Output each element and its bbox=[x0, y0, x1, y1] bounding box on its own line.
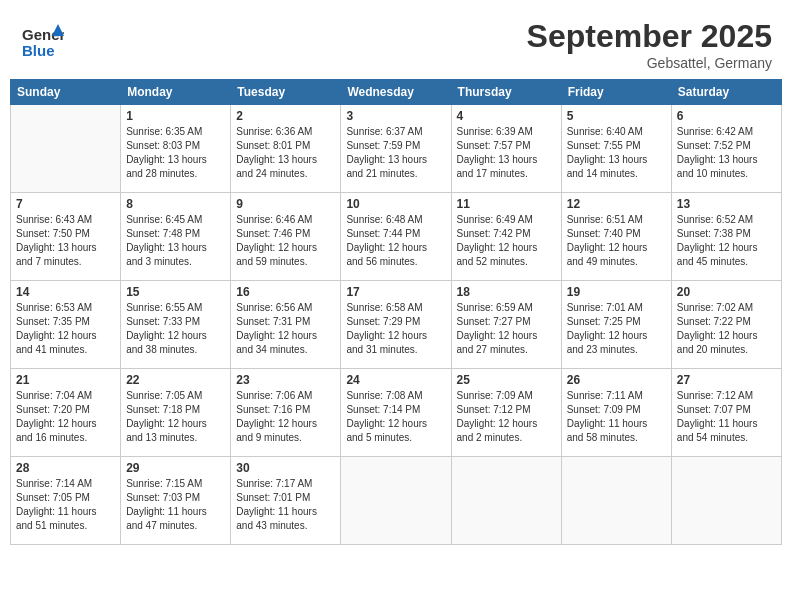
location: Gebsattel, Germany bbox=[527, 55, 772, 71]
calendar-cell bbox=[11, 105, 121, 193]
day-number: 15 bbox=[126, 285, 225, 299]
day-number: 21 bbox=[16, 373, 115, 387]
day-info: Sunrise: 7:17 AMSunset: 7:01 PMDaylight:… bbox=[236, 477, 335, 533]
day-number: 16 bbox=[236, 285, 335, 299]
day-info: Sunrise: 7:02 AMSunset: 7:22 PMDaylight:… bbox=[677, 301, 776, 357]
calendar-cell: 5Sunrise: 6:40 AMSunset: 7:55 PMDaylight… bbox=[561, 105, 671, 193]
col-header-sunday: Sunday bbox=[11, 80, 121, 105]
day-number: 4 bbox=[457, 109, 556, 123]
day-info: Sunrise: 6:45 AMSunset: 7:48 PMDaylight:… bbox=[126, 213, 225, 269]
day-number: 22 bbox=[126, 373, 225, 387]
calendar-cell bbox=[451, 457, 561, 545]
day-info: Sunrise: 6:51 AMSunset: 7:40 PMDaylight:… bbox=[567, 213, 666, 269]
logo: General Blue bbox=[20, 18, 64, 62]
day-info: Sunrise: 6:37 AMSunset: 7:59 PMDaylight:… bbox=[346, 125, 445, 181]
day-info: Sunrise: 6:49 AMSunset: 7:42 PMDaylight:… bbox=[457, 213, 556, 269]
calendar-cell: 27Sunrise: 7:12 AMSunset: 7:07 PMDayligh… bbox=[671, 369, 781, 457]
day-info: Sunrise: 7:01 AMSunset: 7:25 PMDaylight:… bbox=[567, 301, 666, 357]
day-info: Sunrise: 7:09 AMSunset: 7:12 PMDaylight:… bbox=[457, 389, 556, 445]
day-info: Sunrise: 7:08 AMSunset: 7:14 PMDaylight:… bbox=[346, 389, 445, 445]
day-number: 19 bbox=[567, 285, 666, 299]
day-number: 1 bbox=[126, 109, 225, 123]
calendar-cell: 2Sunrise: 6:36 AMSunset: 8:01 PMDaylight… bbox=[231, 105, 341, 193]
calendar-week-4: 21Sunrise: 7:04 AMSunset: 7:20 PMDayligh… bbox=[11, 369, 782, 457]
day-info: Sunrise: 6:59 AMSunset: 7:27 PMDaylight:… bbox=[457, 301, 556, 357]
calendar-cell: 1Sunrise: 6:35 AMSunset: 8:03 PMDaylight… bbox=[121, 105, 231, 193]
day-number: 26 bbox=[567, 373, 666, 387]
day-number: 7 bbox=[16, 197, 115, 211]
calendar-cell: 12Sunrise: 6:51 AMSunset: 7:40 PMDayligh… bbox=[561, 193, 671, 281]
calendar-cell: 8Sunrise: 6:45 AMSunset: 7:48 PMDaylight… bbox=[121, 193, 231, 281]
day-info: Sunrise: 6:35 AMSunset: 8:03 PMDaylight:… bbox=[126, 125, 225, 181]
calendar-week-2: 7Sunrise: 6:43 AMSunset: 7:50 PMDaylight… bbox=[11, 193, 782, 281]
day-number: 25 bbox=[457, 373, 556, 387]
day-number: 30 bbox=[236, 461, 335, 475]
calendar-cell: 14Sunrise: 6:53 AMSunset: 7:35 PMDayligh… bbox=[11, 281, 121, 369]
day-number: 8 bbox=[126, 197, 225, 211]
col-header-tuesday: Tuesday bbox=[231, 80, 341, 105]
calendar-week-1: 1Sunrise: 6:35 AMSunset: 8:03 PMDaylight… bbox=[11, 105, 782, 193]
calendar-cell: 29Sunrise: 7:15 AMSunset: 7:03 PMDayligh… bbox=[121, 457, 231, 545]
day-info: Sunrise: 6:52 AMSunset: 7:38 PMDaylight:… bbox=[677, 213, 776, 269]
calendar-cell: 24Sunrise: 7:08 AMSunset: 7:14 PMDayligh… bbox=[341, 369, 451, 457]
day-number: 3 bbox=[346, 109, 445, 123]
calendar-cell bbox=[561, 457, 671, 545]
day-info: Sunrise: 7:14 AMSunset: 7:05 PMDaylight:… bbox=[16, 477, 115, 533]
day-number: 6 bbox=[677, 109, 776, 123]
calendar-cell: 3Sunrise: 6:37 AMSunset: 7:59 PMDaylight… bbox=[341, 105, 451, 193]
calendar-cell: 26Sunrise: 7:11 AMSunset: 7:09 PMDayligh… bbox=[561, 369, 671, 457]
day-number: 18 bbox=[457, 285, 556, 299]
calendar-cell: 30Sunrise: 7:17 AMSunset: 7:01 PMDayligh… bbox=[231, 457, 341, 545]
day-info: Sunrise: 7:12 AMSunset: 7:07 PMDaylight:… bbox=[677, 389, 776, 445]
calendar-cell: 6Sunrise: 6:42 AMSunset: 7:52 PMDaylight… bbox=[671, 105, 781, 193]
calendar-cell: 19Sunrise: 7:01 AMSunset: 7:25 PMDayligh… bbox=[561, 281, 671, 369]
calendar-cell: 17Sunrise: 6:58 AMSunset: 7:29 PMDayligh… bbox=[341, 281, 451, 369]
calendar-week-3: 14Sunrise: 6:53 AMSunset: 7:35 PMDayligh… bbox=[11, 281, 782, 369]
col-header-monday: Monday bbox=[121, 80, 231, 105]
day-info: Sunrise: 6:56 AMSunset: 7:31 PMDaylight:… bbox=[236, 301, 335, 357]
calendar-cell: 20Sunrise: 7:02 AMSunset: 7:22 PMDayligh… bbox=[671, 281, 781, 369]
title-block: September 2025 Gebsattel, Germany bbox=[527, 18, 772, 71]
day-info: Sunrise: 6:55 AMSunset: 7:33 PMDaylight:… bbox=[126, 301, 225, 357]
day-number: 10 bbox=[346, 197, 445, 211]
day-number: 13 bbox=[677, 197, 776, 211]
calendar-cell: 25Sunrise: 7:09 AMSunset: 7:12 PMDayligh… bbox=[451, 369, 561, 457]
day-number: 27 bbox=[677, 373, 776, 387]
day-info: Sunrise: 6:40 AMSunset: 7:55 PMDaylight:… bbox=[567, 125, 666, 181]
day-info: Sunrise: 7:15 AMSunset: 7:03 PMDaylight:… bbox=[126, 477, 225, 533]
col-header-thursday: Thursday bbox=[451, 80, 561, 105]
day-info: Sunrise: 6:42 AMSunset: 7:52 PMDaylight:… bbox=[677, 125, 776, 181]
day-info: Sunrise: 6:48 AMSunset: 7:44 PMDaylight:… bbox=[346, 213, 445, 269]
day-info: Sunrise: 6:43 AMSunset: 7:50 PMDaylight:… bbox=[16, 213, 115, 269]
day-number: 14 bbox=[16, 285, 115, 299]
calendar-week-5: 28Sunrise: 7:14 AMSunset: 7:05 PMDayligh… bbox=[11, 457, 782, 545]
logo-icon: General Blue bbox=[20, 18, 64, 62]
calendar-cell: 23Sunrise: 7:06 AMSunset: 7:16 PMDayligh… bbox=[231, 369, 341, 457]
col-header-saturday: Saturday bbox=[671, 80, 781, 105]
day-info: Sunrise: 7:06 AMSunset: 7:16 PMDaylight:… bbox=[236, 389, 335, 445]
day-number: 12 bbox=[567, 197, 666, 211]
day-number: 11 bbox=[457, 197, 556, 211]
calendar-cell: 10Sunrise: 6:48 AMSunset: 7:44 PMDayligh… bbox=[341, 193, 451, 281]
calendar-table: SundayMondayTuesdayWednesdayThursdayFrid… bbox=[10, 79, 782, 545]
day-info: Sunrise: 7:11 AMSunset: 7:09 PMDaylight:… bbox=[567, 389, 666, 445]
calendar-header-row: SundayMondayTuesdayWednesdayThursdayFrid… bbox=[11, 80, 782, 105]
calendar-cell: 4Sunrise: 6:39 AMSunset: 7:57 PMDaylight… bbox=[451, 105, 561, 193]
day-number: 20 bbox=[677, 285, 776, 299]
page-header: General Blue September 2025 Gebsattel, G… bbox=[10, 10, 782, 75]
day-number: 5 bbox=[567, 109, 666, 123]
calendar-cell bbox=[341, 457, 451, 545]
day-number: 9 bbox=[236, 197, 335, 211]
day-info: Sunrise: 6:58 AMSunset: 7:29 PMDaylight:… bbox=[346, 301, 445, 357]
calendar-cell: 18Sunrise: 6:59 AMSunset: 7:27 PMDayligh… bbox=[451, 281, 561, 369]
calendar-cell bbox=[671, 457, 781, 545]
day-number: 28 bbox=[16, 461, 115, 475]
calendar-cell: 16Sunrise: 6:56 AMSunset: 7:31 PMDayligh… bbox=[231, 281, 341, 369]
calendar-cell: 22Sunrise: 7:05 AMSunset: 7:18 PMDayligh… bbox=[121, 369, 231, 457]
day-info: Sunrise: 7:04 AMSunset: 7:20 PMDaylight:… bbox=[16, 389, 115, 445]
day-info: Sunrise: 6:46 AMSunset: 7:46 PMDaylight:… bbox=[236, 213, 335, 269]
month-title: September 2025 bbox=[527, 18, 772, 55]
day-info: Sunrise: 6:39 AMSunset: 7:57 PMDaylight:… bbox=[457, 125, 556, 181]
calendar-cell: 11Sunrise: 6:49 AMSunset: 7:42 PMDayligh… bbox=[451, 193, 561, 281]
svg-text:Blue: Blue bbox=[22, 42, 55, 59]
